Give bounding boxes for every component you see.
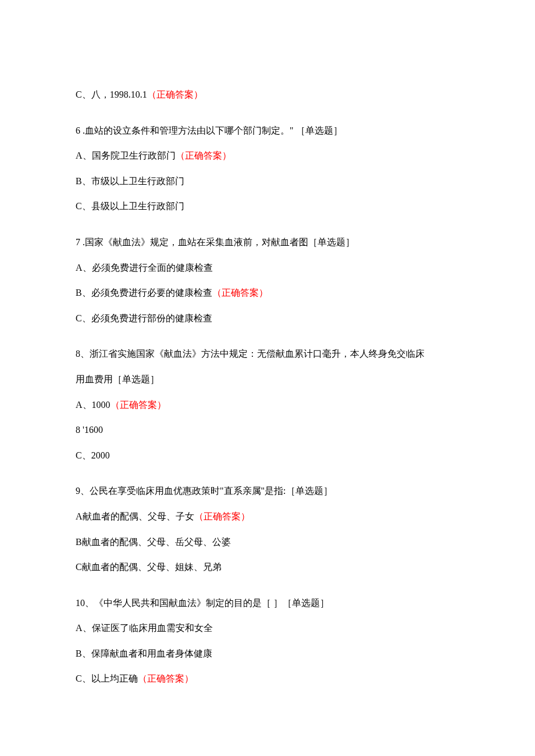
q7-option-b-answer: （正确答案） bbox=[212, 288, 268, 298]
q7-option-c: C、必须免费进行部份的健康检查 bbox=[76, 311, 459, 326]
q9-option-a: A献血者的配偶、父母、子女（正确答案） bbox=[76, 509, 459, 524]
q10-question: 10、《中华人民共和国献血法》制定的目的是［ ］［单选题］ bbox=[76, 596, 459, 611]
q9-option-a-answer: （正确答案） bbox=[194, 511, 250, 521]
q7-option-b-text: B、必须免费进行必要的健康检查 bbox=[76, 288, 212, 298]
q10-option-c-answer: （正确答案） bbox=[138, 673, 194, 683]
q8-option-a-answer: （正确答案） bbox=[110, 400, 166, 410]
q9-option-c: C献血者的配偶、父母、姐妹、兄弟 bbox=[76, 560, 459, 575]
q6-option-b: B、市级以上卫生行政部门 bbox=[76, 174, 459, 189]
q10-option-b: B、保障献血者和用血者身体健康 bbox=[76, 646, 459, 661]
q8-option-a: A、1000（正确答案） bbox=[76, 397, 459, 413]
q8-question-line1: 8、浙江省实施国家《献血法》方法中规定：无偿献血累计口毫升，本人终身免交临床 bbox=[76, 346, 459, 361]
q8-option-c: C、2000 bbox=[76, 448, 459, 463]
q7-option-b: B、必须免费进行必要的健康检查（正确答案） bbox=[76, 285, 459, 300]
q8-question-line2: 用血费用［单选题］ bbox=[76, 372, 459, 387]
q6-option-a: A、国务院卫生行政部门（正确答案） bbox=[76, 148, 459, 163]
q5-option-c-text: C、八，1998.10.1 bbox=[76, 89, 147, 99]
q10-option-a: A、保证医了临床用血需安和女全 bbox=[76, 621, 459, 636]
q6-question: 6 .血站的设立条件和管理方法由以下哪个部门制定。" ［单选题］ bbox=[76, 123, 459, 138]
q10-option-c: C、以上均正确（正确答案） bbox=[76, 671, 459, 686]
q7-option-a: A、必须免费进行全面的健康检查 bbox=[76, 260, 459, 275]
q7-question: 7 .国家《献血法》规定，血站在采集血液前，对献血者图［单选题］ bbox=[76, 235, 459, 250]
q9-option-b: B献血者的配偶、父母、岳父母、公婆 bbox=[76, 535, 459, 550]
q6-option-a-answer: （正确答案） bbox=[176, 151, 231, 160]
q9-option-a-text: A献血者的配偶、父母、子女 bbox=[76, 511, 194, 521]
q10-option-c-text: C、以上均正确 bbox=[76, 673, 138, 683]
q8-option-b: 8 '1600 bbox=[76, 422, 459, 438]
q6-option-a-text: A、国务院卫生行政部门 bbox=[76, 151, 176, 160]
q6-option-c: C、县级以上卫生行政部门 bbox=[76, 199, 459, 214]
q9-question: 9、公民在享受临床用血优惠政策时"直系亲属"是指:［单选题］ bbox=[76, 483, 459, 499]
q5-option-c-answer: （正确答案） bbox=[147, 89, 203, 99]
q5-option-c: C、八，1998.10.1（正确答案） bbox=[76, 87, 459, 102]
q8-option-a-text: A、1000 bbox=[76, 400, 110, 410]
